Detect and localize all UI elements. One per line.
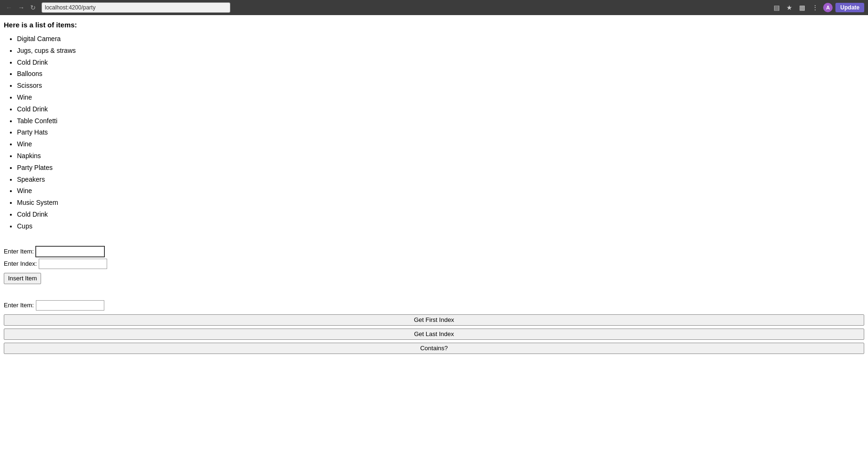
address-bar[interactable]: localhost:4200/party: [42, 2, 230, 13]
page-heading: Here is a list of items:: [4, 21, 864, 29]
list-item: Cold Drink: [17, 209, 864, 220]
back-button[interactable]: ←: [4, 3, 14, 12]
nav-buttons: ← → ↻: [4, 3, 38, 12]
list-item: Balloons: [17, 68, 864, 80]
list-item: Wine: [17, 92, 864, 103]
search-section: Enter Item: Get First Index Get Last Ind…: [4, 300, 864, 354]
browser-chrome: ← → ↻ localhost:4200/party ▤ ★ ▩ ⋮ A Upd…: [0, 0, 868, 15]
get-last-index-button[interactable]: Get Last Index: [4, 329, 864, 340]
menu-icon[interactable]: ⋮: [810, 3, 820, 12]
bookmark-icon[interactable]: ★: [784, 3, 794, 12]
insert-item-button[interactable]: Insert Item: [4, 273, 41, 284]
list-item: Napkins: [17, 151, 864, 162]
enter-index-row: Enter Index:: [4, 259, 864, 269]
profile-icon[interactable]: ▩: [797, 3, 807, 12]
insert-index-input[interactable]: [39, 259, 107, 269]
items-list: Digital CameraJugs, cups & strawsCold Dr…: [4, 34, 864, 232]
list-item: Wine: [17, 139, 864, 150]
insert-item-input[interactable]: [36, 246, 104, 257]
browser-actions: ▤ ★ ▩ ⋮ A Update: [772, 3, 864, 12]
search-item-label: Enter Item:: [4, 302, 34, 309]
list-item: Wine: [17, 185, 864, 197]
list-item: Party Plates: [17, 162, 864, 174]
list-item: Music System: [17, 197, 864, 209]
search-buttons: Get First Index Get Last Index Contains?: [4, 312, 864, 354]
forward-button[interactable]: →: [16, 3, 26, 12]
list-item: Cups: [17, 221, 864, 232]
list-item: Jugs, cups & straws: [17, 45, 864, 57]
enter-index-label: Enter Index:: [4, 260, 37, 267]
list-item: Cold Drink: [17, 57, 864, 68]
url-text: localhost:4200/party: [45, 4, 95, 11]
insert-section: Enter Item: Enter Index: Insert Item: [4, 246, 864, 284]
avatar[interactable]: A: [823, 3, 833, 12]
reload-button[interactable]: ↻: [28, 3, 38, 12]
enter-item-row: Enter Item:: [4, 246, 864, 257]
page-content: Here is a list of items: Digital CameraJ…: [0, 15, 868, 365]
search-item-row: Enter Item:: [4, 300, 864, 311]
list-item: Table Confetti: [17, 116, 864, 127]
list-item: Scissors: [17, 80, 864, 92]
contains-button[interactable]: Contains?: [4, 343, 864, 354]
get-first-index-button[interactable]: Get First Index: [4, 314, 864, 326]
list-item: Party Hats: [17, 127, 864, 138]
list-item: Cold Drink: [17, 104, 864, 115]
update-button[interactable]: Update: [835, 3, 864, 12]
enter-item-label: Enter Item:: [4, 248, 34, 255]
list-item: Digital Camera: [17, 34, 864, 45]
extensions-icon[interactable]: ▤: [772, 3, 782, 12]
list-item: Speakers: [17, 174, 864, 185]
search-item-input[interactable]: [36, 300, 104, 311]
